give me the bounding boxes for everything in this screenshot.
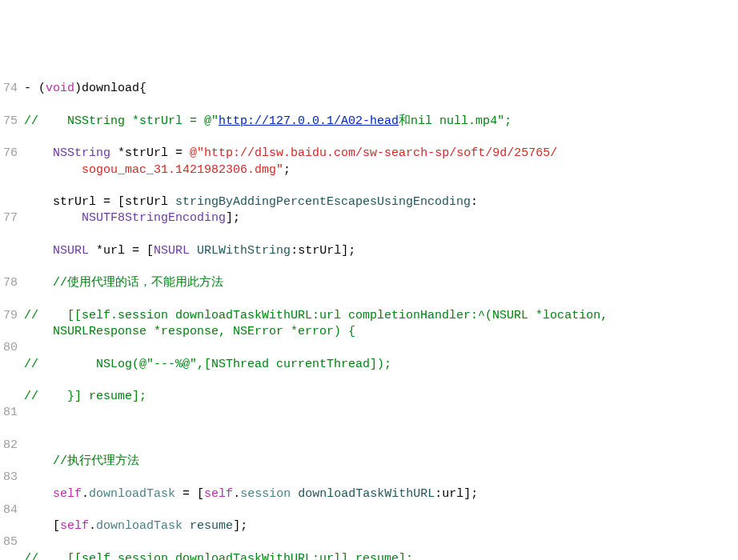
- code-line[interactable]: // [[self.session downloadTaskWithURL:ur…: [24, 551, 738, 561]
- code-line[interactable]: strUrl = [strUrl stringByAddingPercentEs…: [24, 194, 738, 227]
- line-number: 77: [3, 210, 18, 226]
- line-number: 76: [3, 146, 18, 162]
- line-number-gutter: 74 75 76 77 78 79 80 81 82 83 84 85 86 8…: [0, 65, 24, 560]
- code-line[interactable]: //使用代理的话，不能用此方法: [24, 275, 738, 291]
- line-number: 78: [3, 275, 18, 291]
- line-number: 83: [3, 470, 18, 486]
- code-line[interactable]: self.downloadTask = [self.session downlo…: [24, 486, 738, 502]
- line-number: 80: [3, 340, 18, 356]
- code-line[interactable]: [24, 422, 738, 438]
- line-number: 82: [3, 438, 18, 454]
- line-number: 75: [3, 114, 18, 130]
- code-line[interactable]: // NSLog(@"---%@",[NSThread currentThrea…: [24, 357, 738, 373]
- code-line[interactable]: - (void)download{: [24, 81, 738, 97]
- code-line[interactable]: NSURL *url = [NSURL URLWithString:strUrl…: [24, 243, 738, 259]
- line-number: 74: [3, 81, 18, 97]
- line-number: 81: [3, 405, 18, 421]
- code-line[interactable]: // [[self.session downloadTaskWithURL:ur…: [24, 308, 738, 341]
- code-line[interactable]: [self.downloadTask resume];: [24, 518, 738, 534]
- code-editor[interactable]: 74 75 76 77 78 79 80 81 82 83 84 85 86 8…: [0, 65, 738, 560]
- line-number: 79: [3, 308, 18, 324]
- line-number: 85: [3, 534, 18, 550]
- code-content[interactable]: - (void)download{ // NSString *strUrl = …: [24, 65, 738, 560]
- line-number: 84: [3, 502, 18, 518]
- code-line[interactable]: // NSString *strUrl = @"http://127.0.0.1…: [24, 114, 738, 130]
- code-line[interactable]: //执行代理方法: [24, 454, 738, 470]
- code-line[interactable]: NSString *strUrl = @"http://dlsw.baidu.c…: [24, 146, 738, 178]
- method-call: stringByAddingPercentEscapesUsingEncodin…: [175, 195, 471, 209]
- code-line[interactable]: // }] resume];: [24, 389, 738, 405]
